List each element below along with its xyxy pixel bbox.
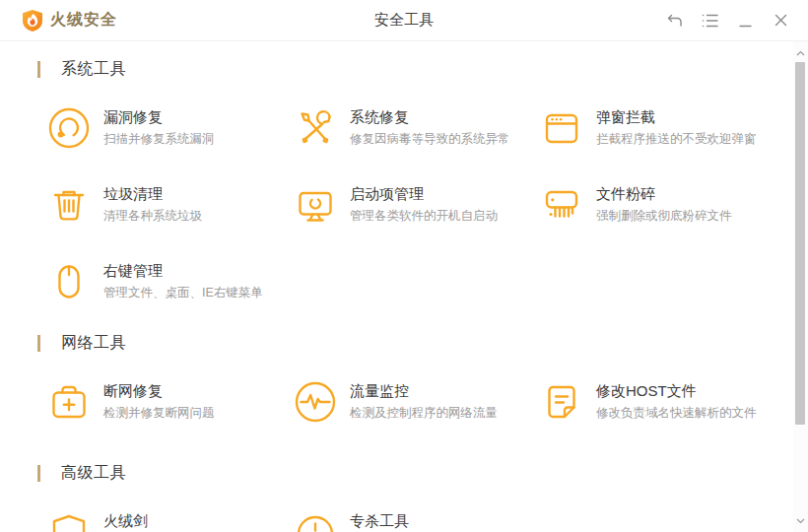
tool-text: 流量监控检测及控制程序的网络流量: [350, 380, 498, 421]
tool-special-killers[interactable]: 专杀工具: [294, 510, 540, 532]
tool-text: 弹窗拦截拦截程序推送的不受欢迎弹窗: [596, 106, 757, 147]
tool-file-shredder[interactable]: 文件粉碎强制删除或彻底粉碎文件: [540, 183, 786, 227]
tool-junk-clean[interactable]: 垃圾清理清理各种系统垃圾: [47, 183, 294, 227]
circle-icon: [294, 510, 337, 532]
tool-text: 右键管理管理文件、桌面、IE右键菜单: [103, 260, 263, 300]
tool-huorong-sword[interactable]: 火绒剑: [47, 510, 294, 532]
tool-text: 断网修复检测并修复断网问题: [103, 380, 215, 421]
tool-title: 文件粉碎: [596, 184, 732, 203]
titlebar: 火绒安全 安全工具: [0, 0, 808, 41]
section-accent-bar: [37, 465, 40, 482]
tool-text: 系统修复修复因病毒等导致的系统异常: [350, 106, 510, 147]
tool-text: 漏洞修复扫描并修复系统漏洞: [103, 106, 215, 147]
mouse-icon: [47, 260, 91, 303]
tool-context-menu-manager[interactable]: 右键管理管理文件、桌面、IE右键菜单: [47, 260, 294, 303]
vulnerability-patch-icon: [47, 106, 91, 150]
heartbeat-icon: [294, 380, 337, 424]
section-2: 网络工具 断网修复检测并修复断网问题 流量监控检测及控制程序的网络流量 修改HO…: [37, 333, 778, 424]
tool-subtitle: 修复因病毒等导致的系统异常: [350, 132, 510, 147]
tool-system-repair[interactable]: 系统修复修复因病毒等导致的系统异常: [294, 106, 540, 150]
tool-title: 右键管理: [103, 261, 263, 280]
monitor-power-icon: [294, 183, 337, 227]
titlebar-actions: [660, 8, 794, 33]
tools-content: 系统工具 漏洞修复扫描并修复系统漏洞 系统修复修复因病毒等导致的系统异常 弹窗拦…: [0, 59, 808, 532]
tool-subtitle: 检测并修复断网问题: [103, 406, 215, 421]
scrollbar[interactable]: [793, 41, 808, 532]
tool-subtitle: 修改负责域名快速解析的文件: [596, 406, 757, 421]
tool-title: 火绒剑: [103, 511, 148, 530]
tool-subtitle: 拦截程序推送的不受欢迎弹窗: [596, 132, 757, 147]
tool-title: 断网修复: [103, 381, 215, 400]
section-header: 系统工具: [37, 59, 778, 79]
back-icon[interactable]: [660, 8, 688, 33]
tool-network-fix[interactable]: 断网修复检测并修复断网问题: [47, 380, 294, 424]
document-icon: [540, 380, 583, 424]
scroll-up-icon[interactable]: [793, 45, 808, 60]
tool-text: 垃圾清理清理各种系统垃圾: [103, 183, 202, 224]
tool-title: 弹窗拦截: [596, 107, 757, 126]
tools-grid: 断网修复检测并修复断网问题 流量监控检测及控制程序的网络流量 修改HOST文件修…: [47, 380, 778, 424]
tool-vulnerability-fix[interactable]: 漏洞修复扫描并修复系统漏洞: [47, 106, 294, 150]
first-aid-kit-icon: [47, 380, 91, 424]
tool-title: 系统修复: [350, 107, 510, 126]
tool-text: 火绒剑: [103, 510, 148, 530]
section-title: 网络工具: [61, 333, 126, 354]
shield-icon: [47, 510, 91, 532]
tool-title: 专杀工具: [350, 511, 409, 530]
tool-subtitle: 管理各类软件的开机自启动: [350, 209, 498, 224]
tool-subtitle: 清理各种系统垃圾: [103, 209, 202, 224]
scroll-down-icon[interactable]: [793, 513, 808, 528]
minimize-icon[interactable]: [731, 8, 759, 33]
tool-text: 修改HOST文件修改负责域名快速解析的文件: [596, 380, 757, 421]
tool-title: 流量监控: [350, 381, 498, 400]
section-title: 系统工具: [61, 59, 126, 80]
section-1: 系统工具 漏洞修复扫描并修复系统漏洞 系统修复修复因病毒等导致的系统异常 弹窗拦…: [37, 59, 778, 303]
popup-window-icon: [540, 106, 583, 150]
section-accent-bar: [37, 335, 40, 352]
shredder-icon: [540, 183, 583, 227]
tool-title: 修改HOST文件: [596, 381, 757, 400]
trash-icon: [47, 183, 91, 227]
section-header: 高级工具: [37, 463, 778, 483]
tool-subtitle: 检测及控制程序的网络流量: [350, 406, 498, 421]
tool-text: 文件粉碎强制删除或彻底粉碎文件: [596, 183, 732, 224]
tool-text: 启动项管理管理各类软件的开机自启动: [350, 183, 498, 224]
tools-grid: 火绒剑专杀工具: [47, 510, 778, 532]
tools-grid: 漏洞修复扫描并修复系统漏洞 系统修复修复因病毒等导致的系统异常 弹窗拦截拦截程序…: [47, 106, 778, 303]
app-window: 火绒安全 安全工具: [0, 0, 808, 532]
tool-traffic-monitor[interactable]: 流量监控检测及控制程序的网络流量: [294, 380, 540, 424]
tool-title: 垃圾清理: [103, 184, 202, 203]
section-accent-bar: [37, 61, 40, 78]
tool-subtitle: 强制删除或彻底粉碎文件: [596, 209, 732, 224]
close-icon[interactable]: [767, 8, 794, 33]
section-header: 网络工具: [37, 333, 778, 353]
tool-text: 专杀工具: [350, 510, 409, 530]
crossed-tools-icon: [294, 106, 337, 150]
tool-startup-manager[interactable]: 启动项管理管理各类软件的开机自启动: [294, 183, 540, 227]
tool-title: 启动项管理: [350, 184, 498, 203]
tool-popup-block[interactable]: 弹窗拦截拦截程序推送的不受欢迎弹窗: [540, 106, 786, 150]
tool-host-file-edit[interactable]: 修改HOST文件修改负责域名快速解析的文件: [540, 380, 786, 424]
tool-subtitle: 扫描并修复系统漏洞: [103, 132, 215, 147]
tool-subtitle: 管理文件、桌面、IE右键菜单: [103, 286, 263, 300]
scrollbar-thumb[interactable]: [795, 62, 805, 425]
menu-list-icon[interactable]: [696, 8, 723, 33]
section-title: 高级工具: [61, 463, 126, 484]
section-3: 高级工具火绒剑专杀工具: [37, 463, 778, 532]
tool-title: 漏洞修复: [103, 107, 215, 126]
